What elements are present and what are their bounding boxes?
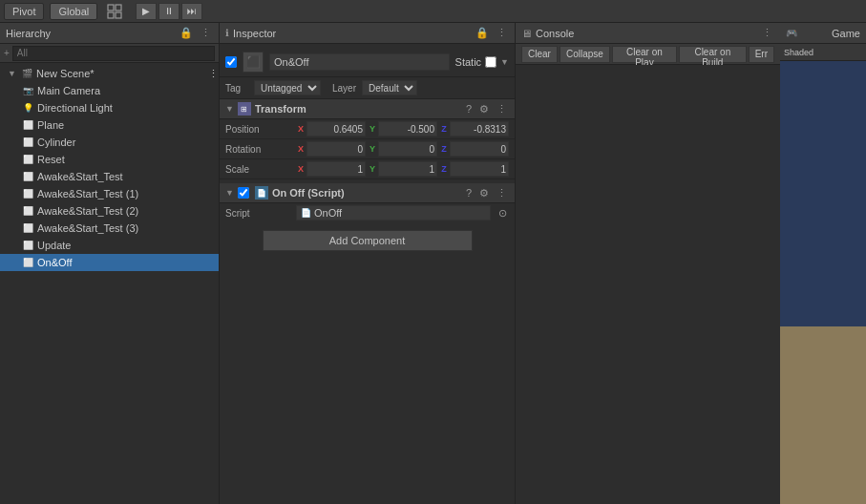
console-panel: 🖥 Console ⋮ Clear Collapse Clear on Play… [516,23,780,504]
item-label: Directional Light [37,102,113,114]
game-toolbar: Shaded [780,44,866,61]
hierarchy-item-awake4[interactable]: ⬜ Awake&Start_Test (3) [0,220,219,237]
hierarchy-item-directional-light[interactable]: 💡 Directional Light [0,99,219,116]
rotation-x-input[interactable] [306,141,366,157]
position-z-field: Z [439,121,509,136]
item-label: Cylinder [37,136,75,148]
position-y-field: Y [368,121,437,136]
scene-menu-icon: ⋮ [208,68,219,80]
clear-on-play-button[interactable]: Clear on Play [612,46,677,63]
inspector-menu-icon[interactable]: ⋮ [495,27,509,39]
position-x-input[interactable] [306,121,366,136]
svg-rect-0 [108,5,114,10]
hierarchy-header: Hierarchy 🔒 ⋮ [0,23,219,44]
tag-layer-row: Tag Untagged Layer Default [220,77,515,99]
transform-menu-icon[interactable]: ⋮ [495,103,509,116]
scene-icon: 🎬 [20,67,33,80]
inspector-title-row: ℹ Inspector [225,28,276,39]
transform-help-icon[interactable]: ? [464,103,474,115]
hierarchy-title: Hierarchy [6,28,51,39]
pivot-tab[interactable]: Pivot [4,3,44,20]
play-controls: ▶ ⏸ ⏭ [136,3,202,20]
hierarchy-search-input[interactable] [12,46,215,61]
add-component-button[interactable]: Add Component [263,230,473,251]
hierarchy-tree: ▼ 🎬 New Scene* ⋮ 📷 Main Camera 💡 Directi… [0,63,219,504]
inspector-title: Inspector [233,28,276,39]
right-panels: 🖥 Console ⋮ Clear Collapse Clear on Play… [516,23,780,504]
tag-dropdown[interactable]: Untagged [254,80,321,95]
scale-label: Scale [225,164,292,175]
hierarchy-header-icons: 🔒 ⋮ [178,27,213,39]
script-enabled-checkbox[interactable] [238,187,249,199]
scale-row: Scale X Y Z [220,159,515,179]
static-checkbox[interactable] [485,56,496,68]
hierarchy-lock-icon[interactable]: 🔒 [178,27,195,39]
script-settings-icon[interactable]: ⚙ [477,187,491,200]
position-row: Position X Y Z [220,119,515,139]
transform-title: Transform [255,103,460,115]
script-component-header[interactable]: ▼ 📄 On Off (Script) ? ⚙ ⋮ [220,183,515,203]
hierarchy-item-awake1[interactable]: ⬜ Awake&Start_Test [0,168,219,185]
global-tab[interactable]: Global [50,3,97,20]
item-label: Main Camera [37,85,100,96]
rot-z-label: Z [439,144,449,154]
script-help-icon[interactable]: ? [464,187,474,199]
obj-active-checkbox[interactable] [225,56,237,68]
hierarchy-menu-icon[interactable]: ⋮ [199,27,213,39]
hierarchy-item-awake2[interactable]: ⬜ Awake&Start_Test (1) [0,185,219,202]
pause-button[interactable]: ⏸ [158,3,180,20]
error-button[interactable]: Err [749,46,774,63]
scale-z-input[interactable] [450,161,509,177]
inspector-header-icons: 🔒 ⋮ [474,27,509,39]
static-dropdown-arrow: ▼ [500,57,509,67]
position-x-field: X [296,121,366,136]
top-bar: Pivot Global ▶ ⏸ ⏭ [0,0,866,23]
clear-on-build-button[interactable]: Clear on Build [679,46,747,63]
inspector-lock-icon[interactable]: 🔒 [474,27,491,39]
awake4-icon: ⬜ [21,221,34,235]
transform-icons-right: ? ⚙ ⋮ [464,103,509,116]
obj-name-row: ⬛ Static ▼ [220,48,515,77]
hierarchy-search-bar: + [0,44,219,63]
scale-x-input[interactable] [306,161,366,177]
rotation-z-input[interactable] [450,141,509,157]
hierarchy-item-plane[interactable]: ⬜ Plane [0,116,219,134]
light-icon: 💡 [21,101,34,115]
play-button[interactable]: ▶ [136,3,157,20]
inspector-body: ⬛ Static ▼ Tag Untagged Layer Default [220,44,515,504]
pos-y-label: Y [368,124,377,134]
script-chevron: ▼ [225,188,234,198]
script-link-icon[interactable]: ⊙ [496,207,509,220]
hierarchy-item-cylinder[interactable]: ⬜ Cylinder [0,134,219,151]
clear-button[interactable]: Clear [521,46,558,63]
console-menu-icon[interactable]: ⋮ [760,27,774,39]
position-z-input[interactable] [450,121,509,136]
pos-z-label: Z [439,124,449,134]
scale-y-label: Y [368,164,377,174]
transform-component-header[interactable]: ▼ ⊞ Transform ? ⚙ ⋮ [220,99,515,119]
layer-dropdown[interactable]: Default [362,80,417,95]
rotation-y-input[interactable] [378,141,437,157]
hierarchy-scene-root[interactable]: ▼ 🎬 New Scene* ⋮ [0,65,219,82]
position-xyz: X Y Z [296,121,509,136]
console-header-icons: ⋮ [760,27,774,39]
hierarchy-item-reset[interactable]: ⬜ Reset [0,151,219,168]
obj-name-input[interactable] [269,53,450,71]
position-label: Position [225,124,292,135]
hierarchy-item-update[interactable]: ⬜ Update [0,237,219,254]
script-menu-icon[interactable]: ⋮ [495,187,509,200]
script-label: Script [225,208,292,219]
step-button[interactable]: ⏭ [181,3,202,20]
game-icon: 🎮 [786,28,797,38]
rotation-y-field: Y [368,141,437,157]
scale-y-input[interactable] [378,161,437,177]
hierarchy-item-awake3[interactable]: ⬜ Awake&Start_Test (2) [0,202,219,220]
transform-settings-icon[interactable]: ⚙ [477,103,491,116]
console-icon: 🖥 [521,28,532,39]
hierarchy-item-onoff[interactable]: ⬜ On&Off [0,254,219,271]
position-y-input[interactable] [378,121,437,136]
collapse-button[interactable]: Collapse [560,46,610,63]
transform-chevron: ▼ [225,104,234,114]
hierarchy-item-main-camera[interactable]: 📷 Main Camera [0,82,219,99]
inspector-header: ℹ Inspector 🔒 ⋮ [220,23,515,44]
